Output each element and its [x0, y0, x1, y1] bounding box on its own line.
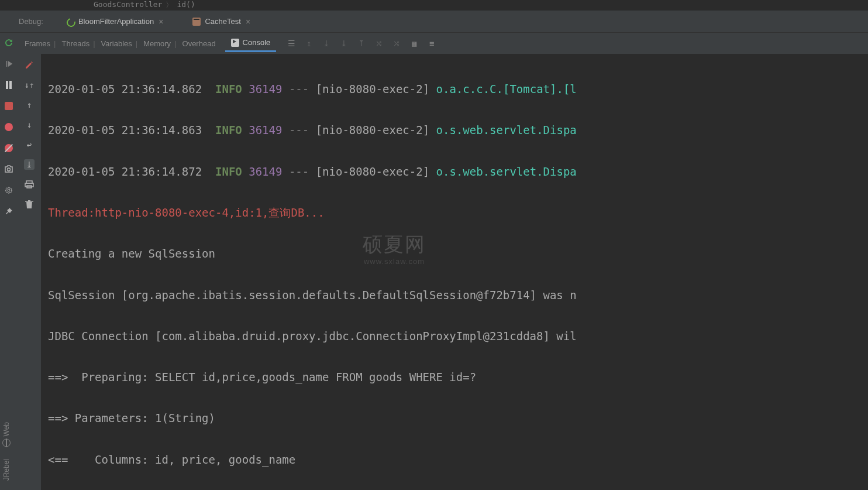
download-icon[interactable]: ⤓: [339, 39, 349, 48]
breadcrumb: GoodsController 〉 id(): [0, 0, 868, 11]
debug-tab-cachetest[interactable]: CacheTest ×: [187, 11, 256, 32]
debugger-toolbar: Frames Threads Variables Memory Overhead…: [18, 33, 868, 54]
tab-memory[interactable]: Memory: [141, 39, 178, 48]
tab-threads[interactable]: Threads: [59, 39, 97, 48]
wrap-icon[interactable]: ↩: [24, 139, 35, 150]
debug-tab-bloomfilter[interactable]: BloomFilterApplication ×: [60, 11, 170, 32]
grid-icon[interactable]: ▦: [409, 39, 419, 48]
print-icon[interactable]: [24, 179, 35, 190]
download-icon[interactable]: ⤓: [322, 39, 331, 48]
console-output[interactable]: 2020-01-05 21:36:14.862 INFO 36149 --- […: [41, 54, 868, 490]
camera-icon[interactable]: [4, 164, 14, 174]
log-line: 2020-01-05 21:36:14.872 INFO 36149 --- […: [48, 162, 861, 182]
pause-icon[interactable]: [4, 80, 14, 90]
pencil-icon[interactable]: [24, 60, 35, 70]
breadcrumb-item[interactable]: GoodsController: [94, 0, 162, 9]
log-line: Creating a new SqlSession: [48, 244, 861, 264]
log-line: SqlSession [org.apache.ibatis.session.de…: [48, 285, 861, 306]
breadcrumb-separator: 〉: [166, 0, 173, 11]
close-icon[interactable]: ×: [246, 17, 250, 26]
side-tab-web[interactable]: Web: [0, 419, 13, 450]
close-icon[interactable]: ×: [159, 17, 163, 26]
log-line: ==> Preparing: SELECT id,price,goods_nam…: [48, 367, 861, 388]
tab-console[interactable]: Console: [225, 35, 277, 52]
spring-icon: [66, 17, 74, 26]
step-icon[interactable]: ⤮: [392, 39, 401, 48]
tab-overhead[interactable]: Overhead: [180, 39, 218, 48]
log-line: Thread:http-nio-8080-exec-4,id:1,查询DB...: [48, 203, 861, 223]
debug-tab-label: CacheTest: [205, 17, 240, 26]
debug-tab-bar: Debug: BloomFilterApplication × CacheTes…: [0, 11, 868, 33]
console-gutter: ↓↑ ↑ ↓ ↩ ⤓: [18, 54, 41, 490]
log-line: JDBC Connection [com.alibaba.druid.proxy…: [48, 326, 861, 347]
log-line: 2020-01-05 21:36:14.863 INFO 36149 --- […: [48, 120, 861, 141]
svg-rect-3: [25, 183, 33, 187]
globe-icon: [2, 439, 11, 447]
pin-icon[interactable]: [4, 206, 14, 217]
log-line: <== Columns: id, price, goods_name: [48, 450, 861, 470]
debug-tab-label: BloomFilterApplication: [78, 17, 154, 26]
mute-breakpoints-icon[interactable]: [4, 143, 14, 153]
breadcrumb-item[interactable]: id(): [177, 0, 195, 9]
arrow-up-icon[interactable]: ↑: [24, 100, 35, 110]
arrow-down-icon[interactable]: ↓: [24, 119, 35, 130]
up-arrow-icon[interactable]: ↥: [304, 39, 314, 48]
console-icon: [231, 39, 239, 47]
debug-label: Debug:: [19, 17, 43, 26]
trash-icon[interactable]: [24, 199, 35, 210]
settings-icon[interactable]: [4, 185, 14, 196]
upload-icon[interactable]: ⤒: [357, 39, 366, 48]
sort-icon[interactable]: ↓↑: [24, 80, 35, 90]
tab-variables[interactable]: Variables: [99, 39, 140, 48]
log-line: 2020-01-05 21:36:14.862 INFO 36149 --- […: [48, 79, 861, 100]
stop-icon[interactable]: [4, 101, 14, 111]
tab-frames[interactable]: Frames: [22, 39, 58, 48]
scroll-end-icon[interactable]: ⤓: [24, 159, 35, 170]
side-tab-jrebel[interactable]: JRebel: [0, 455, 13, 484]
svg-rect-0: [6, 81, 8, 89]
step-icon[interactable]: ⤭: [374, 39, 384, 48]
log-line: ==> Parameters: 1(String): [48, 408, 861, 429]
svg-rect-1: [9, 81, 12, 89]
console-tab-label: Console: [243, 38, 271, 47]
resume-icon[interactable]: [4, 59, 14, 69]
view-breakpoints-icon[interactable]: [4, 122, 14, 132]
rerun-icon[interactable]: [4, 37, 14, 48]
filter-icon[interactable]: ≡: [427, 39, 436, 48]
lines-icon[interactable]: ☰: [287, 39, 296, 48]
jar-icon: [192, 18, 201, 26]
